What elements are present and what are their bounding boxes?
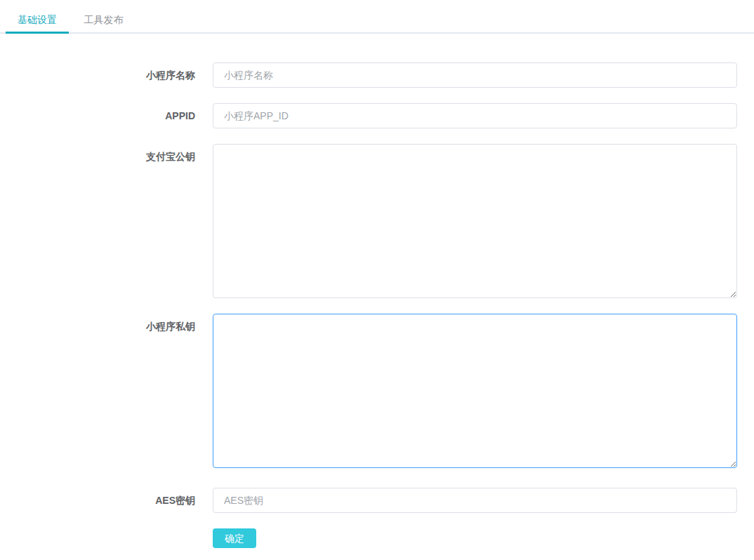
confirm-button[interactable]: 确定 [213,528,256,548]
mini-program-private-key-control [213,314,737,468]
alipay-public-key-control [213,144,737,298]
settings-form: 小程序名称 APPID 支付宝公钥 小程序私钥 AES密钥 确定 [0,34,754,548]
alipay-public-key-label: 支付宝公钥 [0,144,213,169]
tab-basic-settings[interactable]: 基础设置 [6,7,69,32]
form-row-aes-key: AES密钥 [0,488,754,513]
mini-program-name-input[interactable] [213,62,737,88]
form-actions: 确定 [213,528,754,548]
aes-key-control [213,488,737,513]
tabs-bar: 基础设置 工具发布 [0,0,754,34]
appid-input[interactable] [213,103,737,128]
aes-key-input[interactable] [213,488,737,513]
form-row-alipay-public-key: 支付宝公钥 [0,144,754,298]
aes-key-label: AES密钥 [0,488,213,513]
mini-program-name-control [213,62,737,88]
form-row-mini-program-private-key: 小程序私钥 [0,314,754,468]
mini-program-name-label: 小程序名称 [0,62,213,88]
appid-control [213,103,737,128]
alipay-public-key-textarea[interactable] [213,144,737,298]
mini-program-private-key-textarea[interactable] [213,314,737,468]
tab-tool-publish[interactable]: 工具发布 [72,7,135,32]
mini-program-private-key-label: 小程序私钥 [0,314,213,339]
form-row-appid: APPID [0,103,754,128]
appid-label: APPID [0,103,213,128]
form-row-mini-program-name: 小程序名称 [0,62,754,88]
